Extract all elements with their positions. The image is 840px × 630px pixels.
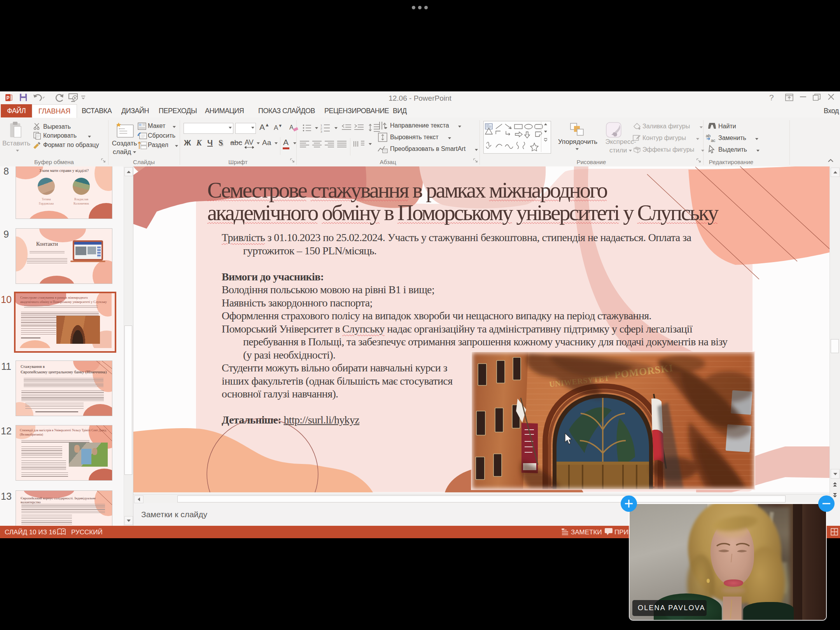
svg-text:ac: ac xyxy=(711,138,716,143)
svg-text:3: 3 xyxy=(320,130,322,133)
svg-text:А: А xyxy=(289,124,294,131)
svg-text:ab: ab xyxy=(706,133,710,138)
svg-text:A: A xyxy=(383,122,386,126)
svg-text:P: P xyxy=(6,95,9,101)
